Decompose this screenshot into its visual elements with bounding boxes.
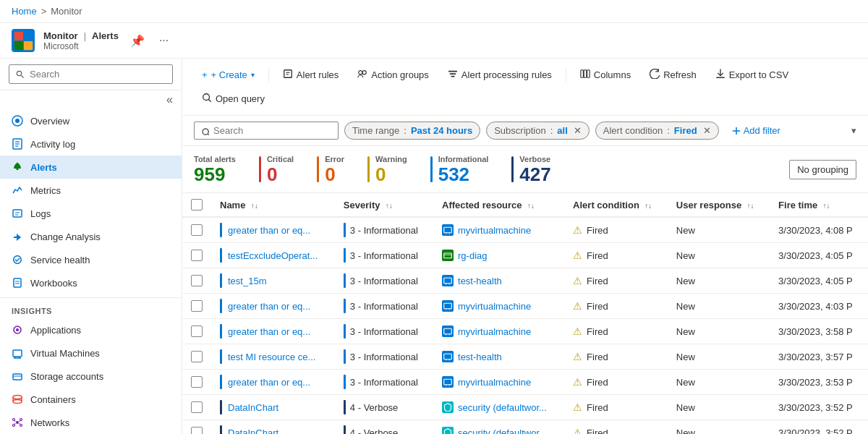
resource-name-link-5[interactable]: test-health	[458, 352, 502, 362]
user-response-text-1: New	[676, 250, 695, 261]
add-filter-button[interactable]: Add filter	[725, 122, 788, 139]
th-condition[interactable]: Alert condition ↑↓	[564, 193, 668, 217]
more-button[interactable]: ···	[156, 31, 171, 50]
filter-expand-button[interactable]: ▾	[851, 125, 856, 136]
condition-text-2: Fired	[587, 276, 608, 286]
alert-processing-rules-button[interactable]: Alert processing rules	[440, 64, 560, 85]
insights-section-header: Insights	[0, 297, 182, 318]
sidebar-item-metrics[interactable]: Metrics	[0, 179, 182, 202]
td-user-response-7: New	[668, 395, 770, 420]
alert-name-link-0[interactable]: greater than or eq...	[228, 225, 310, 236]
sidebar-item-label-activity-log: Activity log	[30, 139, 75, 150]
alert-rules-button[interactable]: Alert rules	[275, 64, 347, 85]
sidebar-item-overview[interactable]: Overview	[0, 109, 182, 132]
resource-name-link-3[interactable]: myvirtualmachine	[458, 301, 531, 312]
sidebar-item-containers[interactable]: Containers	[0, 388, 182, 411]
resource-name-link-2[interactable]: test-health	[458, 276, 502, 286]
vm-icon	[442, 275, 454, 286]
resource-name-link-6[interactable]: myvirtualmachine	[458, 377, 531, 388]
virtual-machines-icon	[12, 347, 23, 359]
alert-condition-filter-close[interactable]: ✕	[703, 125, 711, 136]
critical-label: Critical	[267, 155, 294, 163]
refresh-button[interactable]: Refresh	[642, 64, 705, 85]
row-checkbox-6[interactable]	[191, 376, 203, 388]
th-severity[interactable]: Severity ↑↓	[335, 193, 433, 217]
filter-search-container[interactable]	[194, 122, 339, 140]
pin-button[interactable]: 📌	[127, 31, 148, 51]
alert-condition-key: Alert condition	[603, 125, 663, 136]
create-button[interactable]: + + Create ▾	[194, 65, 263, 85]
time-range-filter[interactable]: Time range : Past 24 hours	[344, 122, 480, 140]
sidebar-item-change-analysis[interactable]: Change Analysis	[0, 225, 182, 248]
th-fire-time[interactable]: Fire time ↑↓	[770, 193, 868, 217]
td-name-0: greater than or eq...	[211, 217, 335, 243]
resource-name-link-8[interactable]: security (defaultwor...	[458, 427, 547, 435]
sidebar-item-logs[interactable]: Logs	[0, 202, 182, 225]
subscription-filter[interactable]: Subscription : all ✕	[486, 122, 590, 140]
sidebar-item-activity-log[interactable]: Activity log	[0, 132, 182, 156]
sidebar-item-applications[interactable]: Applications	[0, 318, 182, 341]
sidebar-item-networks[interactable]: Networks	[0, 411, 182, 434]
alert-name-link-7[interactable]: DataInChart	[228, 402, 278, 413]
user-response-text-6: New	[676, 377, 695, 388]
sidebar-collapse[interactable]: «	[0, 90, 182, 109]
export-csv-button[interactable]: Export to CSV	[707, 64, 796, 85]
table-header-row: Name ↑↓ Severity ↑↓ Affected resource ↑↓	[182, 193, 868, 217]
sidebar-item-alerts[interactable]: Alerts	[0, 156, 182, 179]
table-row: greater than or eq... 3 - Informational …	[182, 217, 868, 243]
alert-name-link-8[interactable]: DataInChart	[228, 427, 278, 435]
filter-search-input[interactable]	[213, 125, 315, 136]
action-groups-button[interactable]: Action groups	[349, 64, 437, 85]
alert-name-link-4[interactable]: greater than or eq...	[228, 326, 310, 337]
th-name[interactable]: Name ↑↓	[211, 193, 335, 217]
severity-indicator-6	[344, 375, 346, 389]
td-resource-6: myvirtualmachine	[433, 370, 564, 395]
th-user-response[interactable]: User response ↑↓	[668, 193, 770, 217]
condition-text-7: Fired	[587, 402, 608, 413]
user-response-text-2: New	[676, 276, 695, 286]
td-fire-time-0: 3/30/2023, 4:08 P	[770, 217, 868, 243]
row-checkbox-8[interactable]	[191, 427, 203, 434]
resource-name-link-0[interactable]: myvirtualmachine	[458, 225, 531, 236]
open-query-button[interactable]: Open query	[194, 88, 273, 109]
resource-name-link-7[interactable]: security (defaultwor...	[458, 402, 547, 413]
row-checkbox-4[interactable]	[191, 326, 203, 337]
resource-name-link-4[interactable]: myvirtualmachine	[458, 326, 531, 337]
filter-search-icon	[200, 127, 209, 135]
time-range-key: Time range	[352, 125, 399, 136]
row-checkbox-7[interactable]	[191, 401, 203, 413]
alert-name-link-2[interactable]: test_15m	[228, 276, 266, 286]
svg-rect-43	[448, 71, 457, 72]
sidebar-item-storage-accounts[interactable]: Storage accounts	[0, 365, 182, 388]
row-checkbox-5[interactable]	[191, 351, 203, 362]
sidebar-search-input[interactable]	[9, 64, 173, 84]
alert-name-link-3[interactable]: greater than or eq...	[228, 301, 310, 312]
grouping-button[interactable]: No grouping	[789, 160, 856, 179]
alert-name-link-5[interactable]: test MI resource ce...	[228, 352, 315, 362]
td-user-response-1: New	[668, 243, 770, 268]
select-all-checkbox[interactable]	[191, 199, 203, 210]
row-checkbox-1[interactable]	[191, 250, 203, 261]
row-checkbox-0[interactable]	[191, 224, 203, 236]
th-resource[interactable]: Affected resource ↑↓	[433, 193, 564, 217]
svg-line-35	[20, 420, 20, 422]
row-checkbox-3[interactable]	[191, 300, 203, 312]
severity-bar-5	[220, 349, 222, 364]
sidebar-item-virtual-machines[interactable]: Virtual Machines	[0, 341, 182, 365]
severity-indicator-4	[344, 324, 346, 339]
alert-condition-filter[interactable]: Alert condition : Fired ✕	[595, 122, 719, 140]
subscription-filter-close[interactable]: ✕	[574, 125, 582, 136]
columns-button[interactable]: Columns	[572, 64, 639, 85]
severity-bar-4	[220, 324, 222, 339]
resource-name-link-1[interactable]: rg-diag	[458, 250, 487, 261]
breadcrumb-home[interactable]: Home	[12, 6, 37, 17]
alert-name-link-6[interactable]: greater than or eq...	[228, 377, 310, 388]
condition-text-8: Fired	[587, 427, 608, 435]
sidebar-item-workbooks[interactable]: Workbooks	[0, 271, 182, 294]
svg-rect-45	[451, 76, 454, 77]
sidebar-item-service-health[interactable]: Service health	[0, 248, 182, 271]
row-checkbox-2[interactable]	[191, 275, 203, 286]
subscription-key: Subscription	[494, 125, 546, 136]
td-user-response-3: New	[668, 294, 770, 319]
alert-name-link-1[interactable]: testEcxcludeOperat...	[228, 250, 318, 261]
